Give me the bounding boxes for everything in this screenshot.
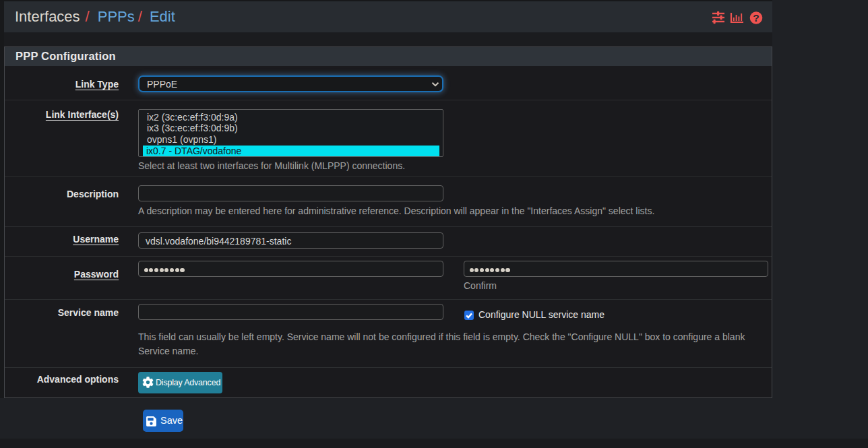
svg-text:?: ? xyxy=(753,12,759,24)
